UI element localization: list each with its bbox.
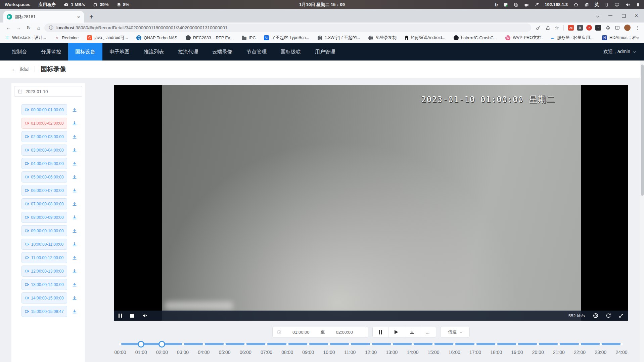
bookmark[interactable]: IPC bbox=[242, 36, 256, 40]
segment-button[interactable]: 02:00:00-03:00:00 bbox=[21, 131, 67, 142]
segment-button[interactable]: 14:00:00-15:00:00 bbox=[21, 292, 67, 304]
timeline-handle[interactable] bbox=[158, 341, 165, 348]
bookmark[interactable]: N HDAtmos :: 种子 *... bbox=[602, 35, 637, 41]
nav-item[interactable]: 电子地图 bbox=[102, 43, 137, 61]
nav-item[interactable]: 节点管理 bbox=[239, 43, 274, 61]
timeline-handle[interactable] bbox=[138, 341, 144, 348]
bookmark[interactable]: ☁ 服务器 - 轻量应用... bbox=[550, 35, 594, 41]
start-time-value[interactable]: 01:00:00 bbox=[281, 330, 321, 335]
new-tab-button[interactable]: + bbox=[87, 12, 96, 22]
player-pause-icon[interactable] bbox=[119, 314, 122, 318]
date-picker-input[interactable]: 2023-01-10 bbox=[14, 86, 82, 97]
coffee-icon[interactable] bbox=[524, 2, 528, 7]
nav-item[interactable]: 拉流代理 bbox=[171, 43, 205, 61]
extension-dev-icon[interactable]: ▪ bbox=[595, 25, 601, 31]
tab-search-chevron-icon[interactable] bbox=[596, 14, 599, 17]
download-icon[interactable] bbox=[72, 148, 77, 153]
nav-item[interactable]: 国标设备 bbox=[68, 43, 102, 61]
download-icon[interactable] bbox=[72, 228, 77, 234]
share-icon[interactable] bbox=[545, 25, 550, 30]
volume-icon[interactable] bbox=[625, 2, 630, 7]
download-icon[interactable] bbox=[72, 121, 77, 126]
segment-button[interactable]: 15:00:00-15:09:47 bbox=[21, 306, 67, 317]
battery-icon[interactable] bbox=[636, 2, 640, 7]
windows-stack-icon[interactable] bbox=[584, 2, 589, 7]
ip-address-label[interactable]: 192.168.1.3 bbox=[545, 2, 568, 7]
speed-dropdown[interactable]: 倍速 bbox=[440, 327, 470, 337]
bookmark[interactable]: RFC2833 – RTP Ev... bbox=[186, 35, 233, 40]
segment-button[interactable]: 06:00:00-07:00:00 bbox=[21, 185, 67, 196]
bookmark[interactable]: W WVP-PRO文档 bbox=[505, 35, 541, 41]
download-icon[interactable] bbox=[72, 269, 77, 274]
play-button[interactable] bbox=[388, 327, 404, 337]
bookmark[interactable]: C java、android可... bbox=[87, 35, 128, 41]
password-key-icon[interactable] bbox=[536, 25, 541, 30]
player-stop-icon[interactable] bbox=[130, 314, 134, 318]
fullscreen-icon[interactable] bbox=[618, 313, 624, 318]
tab-close-icon[interactable]: × bbox=[75, 14, 82, 20]
window-minimize-button[interactable] bbox=[608, 15, 612, 16]
reload-icon[interactable]: ↻ bbox=[24, 25, 33, 31]
snapshot-aperture-icon[interactable] bbox=[593, 313, 598, 318]
video-player[interactable]: 2023-01-10 01:00:00 星期二 552 kb/s bbox=[114, 85, 628, 321]
page-scrollbar[interactable] bbox=[640, 61, 644, 362]
download-icon[interactable] bbox=[72, 255, 77, 260]
segment-button[interactable]: 08:00:00-09:00:00 bbox=[21, 212, 67, 223]
display-icon[interactable] bbox=[614, 2, 619, 7]
segment-button[interactable]: 10:00:00-11:00:00 bbox=[21, 239, 67, 250]
segment-button[interactable]: 07:00:00-08:00:00 bbox=[21, 198, 67, 209]
profile-avatar[interactable] bbox=[624, 25, 631, 31]
window-close-button[interactable]: × bbox=[635, 13, 638, 19]
bookmark[interactable]: 1.8W字|了不起的... bbox=[318, 35, 360, 41]
segment-button[interactable]: 11:00:00-12:00:00 bbox=[21, 252, 67, 263]
bookmarks-overflow-chevron[interactable]: » bbox=[637, 35, 639, 41]
browser-tab[interactable]: 国标28181 × bbox=[3, 11, 84, 23]
nav-item[interactable]: 控制台 bbox=[5, 43, 34, 61]
side-panel-icon[interactable] bbox=[615, 25, 620, 30]
seek-back-button[interactable]: ← bbox=[420, 327, 436, 337]
applications-button[interactable]: 应用程序 bbox=[38, 2, 56, 8]
address-bar[interactable]: ⓘ localhost:38080/#/gbRecordDetail/34020… bbox=[44, 24, 531, 32]
bookmark[interactable]: ☰ Webstack - 设计... bbox=[5, 35, 46, 41]
extensions-puzzle-icon[interactable] bbox=[605, 25, 610, 30]
browser-home-icon[interactable]: ⌂ bbox=[34, 25, 43, 31]
extension-blocker-icon[interactable]: ✕ bbox=[586, 25, 592, 31]
timeline-track[interactable] bbox=[120, 343, 622, 345]
home-icon[interactable] bbox=[573, 2, 579, 7]
player-mute-icon[interactable] bbox=[142, 313, 148, 318]
extension-js-icon[interactable]: JS bbox=[568, 25, 574, 31]
segment-button[interactable]: 09:00:00-10:00:00 bbox=[21, 225, 67, 236]
download-icon[interactable] bbox=[72, 309, 77, 314]
segment-button[interactable]: 04:00:00-05:00:00 bbox=[21, 158, 67, 169]
clipboard-icon[interactable] bbox=[514, 2, 518, 7]
nav-item[interactable]: 推流列表 bbox=[137, 43, 171, 61]
download-icon[interactable] bbox=[72, 282, 77, 287]
download-icon[interactable] bbox=[72, 188, 77, 193]
segment-button[interactable]: 00:00:00-01:00:00 bbox=[21, 104, 67, 115]
extension-dark-icon[interactable]: 文 bbox=[577, 25, 583, 31]
nav-item[interactable]: 用户管理 bbox=[308, 43, 342, 61]
segment-button[interactable]: 12:00:00-13:00:00 bbox=[21, 266, 67, 277]
nav-item[interactable]: 分屏监控 bbox=[34, 43, 68, 61]
forward-icon[interactable]: → bbox=[14, 25, 23, 31]
bookmark-star-icon[interactable]: ☆ bbox=[555, 25, 559, 31]
bookmark[interactable]: ∩ Redmine bbox=[54, 35, 79, 40]
window-maximize-button[interactable] bbox=[622, 14, 626, 18]
user-menu[interactable]: 欢迎，admin bbox=[603, 43, 644, 61]
download-icon[interactable] bbox=[72, 295, 77, 301]
download-icon[interactable] bbox=[72, 134, 77, 139]
segment-button[interactable]: 13:00:00-14:00:00 bbox=[21, 279, 67, 290]
back-button[interactable]: ← 返回 bbox=[11, 66, 29, 73]
bookmark[interactable]: 免登录复制 bbox=[368, 35, 397, 41]
bookmark[interactable]: 如何编译Android... bbox=[405, 35, 446, 41]
download-icon[interactable] bbox=[72, 174, 77, 180]
browser-menu-icon[interactable]: ⋮ bbox=[635, 25, 640, 31]
time-range-input[interactable]: 01:00:00 至 02:00:00 bbox=[272, 327, 368, 337]
app-indicator-icon[interactable] bbox=[503, 2, 508, 7]
site-info-icon[interactable]: ⓘ bbox=[49, 25, 53, 31]
bing-tray-icon[interactable]: b bbox=[495, 2, 498, 7]
nav-item[interactable]: 国标级联 bbox=[274, 43, 308, 61]
download-icon[interactable] bbox=[72, 201, 77, 207]
workspaces-button[interactable]: Workspaces bbox=[5, 2, 30, 7]
back-icon[interactable]: ← bbox=[4, 25, 13, 31]
